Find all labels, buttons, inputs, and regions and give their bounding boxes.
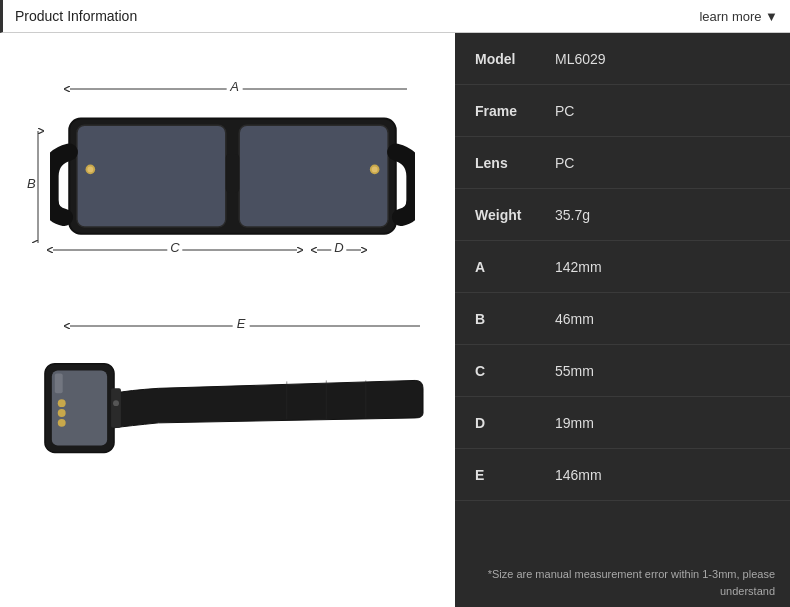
spec-label-frame: Frame (475, 103, 555, 119)
svg-rect-4 (239, 125, 388, 227)
glasses-front-view (50, 98, 415, 258)
page-title: Product Information (15, 8, 137, 24)
spec-row-e: E 146mm (455, 449, 790, 501)
bottom-diagram: E (20, 313, 435, 503)
svg-point-9 (372, 166, 378, 172)
page-header: Product Information learn more ▼ (0, 0, 790, 33)
svg-point-16 (58, 399, 66, 407)
learn-more-link[interactable]: learn more ▼ (699, 9, 778, 24)
spec-value-weight: 35.7g (555, 207, 590, 223)
spec-row-frame: Frame PC (455, 85, 790, 137)
left-panel: A B (0, 33, 455, 607)
dim-b-label: B (27, 174, 36, 193)
spec-row-weight: Weight 35.7g (455, 189, 790, 241)
spec-label-a: A (475, 259, 555, 275)
dim-d-arrow-wrapper: D (309, 242, 369, 258)
top-diagram: A B (20, 43, 435, 303)
spec-label-model: Model (475, 51, 555, 67)
svg-point-17 (58, 409, 66, 417)
spec-value-d: 19mm (555, 415, 594, 431)
dim-d-label: D (331, 240, 346, 255)
dim-a-container: A (62, 81, 407, 97)
spec-row-c: C 55mm (455, 345, 790, 397)
spec-row-a: A 142mm (455, 241, 790, 293)
svg-point-20 (113, 400, 119, 406)
spec-label-e: E (475, 467, 555, 483)
spec-value-a: 142mm (555, 259, 602, 275)
svg-rect-3 (77, 125, 226, 227)
svg-point-18 (58, 418, 66, 426)
dim-e-label: E (233, 316, 250, 331)
spec-label-c: C (475, 363, 555, 379)
svg-rect-5 (226, 154, 239, 192)
spec-row-d: D 19mm (455, 397, 790, 449)
spec-value-b: 46mm (555, 311, 594, 327)
spec-note: *Size are manual measurement error withi… (455, 558, 790, 607)
spec-value-lens: PC (555, 155, 574, 171)
main-content: A B (0, 33, 790, 607)
svg-rect-19 (111, 388, 121, 427)
spec-row-b: B 46mm (455, 293, 790, 345)
dim-e-container: E (62, 318, 420, 334)
spec-value-c: 55mm (555, 363, 594, 379)
spec-value-model: ML6029 (555, 51, 606, 67)
dim-b-container: B (30, 123, 46, 243)
svg-rect-15 (55, 373, 63, 393)
dim-cd-container: C D (45, 242, 417, 258)
spec-value-frame: PC (555, 103, 574, 119)
dim-a-label: A (226, 79, 243, 94)
spec-value-e: 146mm (555, 467, 602, 483)
dim-c-arrow-wrapper: C (45, 242, 305, 258)
spec-label-lens: Lens (475, 155, 555, 171)
spec-label-d: D (475, 415, 555, 431)
spec-row-lens: Lens PC (455, 137, 790, 189)
spec-label-b: B (475, 311, 555, 327)
dim-c-label: C (167, 240, 182, 255)
glasses-side-svg (40, 338, 425, 488)
spec-row-model: Model ML6029 (455, 33, 790, 85)
spec-label-weight: Weight (475, 207, 555, 223)
svg-point-7 (87, 166, 93, 172)
glasses-top-svg (50, 101, 415, 256)
glasses-side-view (40, 335, 425, 490)
right-panel: Model ML6029 Frame PC Lens PC Weight 35.… (455, 33, 790, 607)
